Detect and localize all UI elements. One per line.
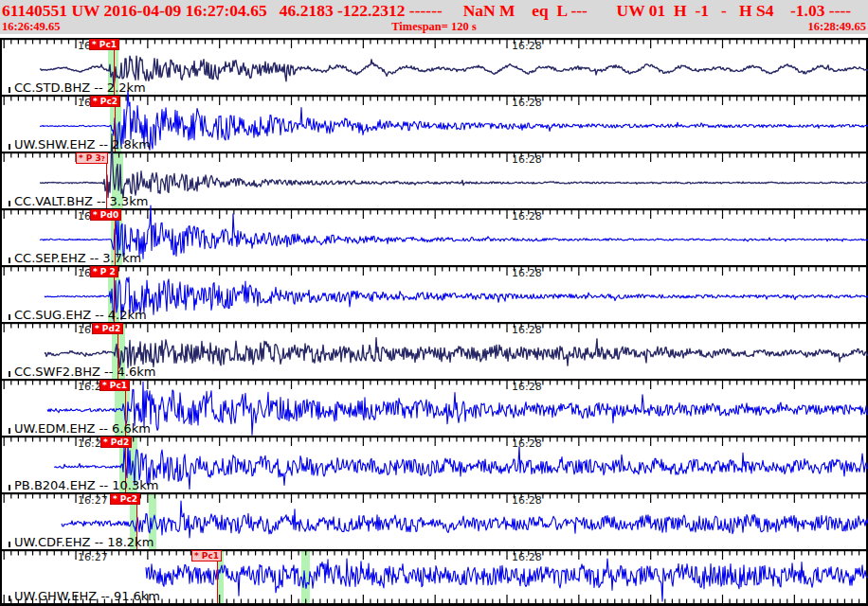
- phase-pick-flag[interactable]: * Pc1: [191, 550, 222, 561]
- station-label: UW.GHW.EHZ -- 91.6km: [14, 589, 160, 603]
- time-tick-label: 16:28: [512, 381, 542, 393]
- label-tick: [9, 596, 10, 601]
- time-tick-label: 16:27: [78, 494, 108, 507]
- phase-pick-flag[interactable]: * Pc2: [90, 96, 120, 107]
- pick-flag-suffix: ?: [101, 155, 105, 163]
- time-tick-label: 16:28: [512, 40, 542, 52]
- label-tick: [9, 258, 10, 263]
- trace-panel[interactable]: PB.B204.EHZ -- 10.3km 16:2716:28* Pd2: [2, 436, 866, 492]
- station-label: CC.SEP.EHZ -- 3.7km: [14, 251, 141, 265]
- phase-pick-flag[interactable]: * P 2: [90, 266, 118, 277]
- timespan-label: Timespan= 120 s: [0, 20, 868, 34]
- time-tick-label: 16:28: [512, 210, 542, 223]
- time-tick-label: 16:27: [78, 551, 108, 563]
- trace-panel[interactable]: CC.VALT.BHZ -- 3.3km 16:2716:28* P 3?: [2, 152, 866, 208]
- trace-panel[interactable]: UW.SHW.EHZ -- 2.8km 16:2716:28* Pc2: [2, 95, 866, 152]
- station-label: CC.STD.BHZ -- 2.2km: [14, 80, 146, 95]
- trace-panel[interactable]: CC.SWF2.BHZ -- 4.6km 16:2716:28* Pd2: [2, 322, 866, 379]
- station-label: PB.B204.EHZ -- 10.3km: [14, 478, 158, 492]
- phase-pick-flag[interactable]: * Pd2: [100, 437, 132, 448]
- trace-panel[interactable]: UW.EDM.EHZ -- 6.6km 16:2716:28* Pc1: [2, 379, 866, 436]
- label-tick: [9, 542, 10, 547]
- label-tick: [9, 485, 10, 490]
- phase-pick-flag[interactable]: * Pd2: [92, 323, 123, 334]
- window-end-time: 16:28:49.65: [808, 20, 866, 34]
- time-window-bar: 16:26:49.65 Timespan= 120 s 16:28:49.65: [0, 20, 868, 34]
- trace-panel[interactable]: UW.GHW.EHZ -- 91.6km 16:2716:28* Pc1: [2, 549, 866, 603]
- seismogram-picker-window: 61140551 UW 2016-04-09 16:27:04.65 46.21…: [0, 0, 868, 606]
- label-tick: [9, 371, 10, 377]
- label-tick: [9, 428, 10, 434]
- trace-panel[interactable]: CC.STD.BHZ -- 2.2km 16:2716:28* Pc1: [2, 38, 866, 95]
- trace-panel[interactable]: CC.SEP.EHZ -- 3.7km 16:2716:28* Pd0: [2, 208, 866, 265]
- phase-pick-flag[interactable]: * Pd0: [90, 209, 121, 221]
- label-tick: [9, 144, 10, 150]
- time-tick-label: 16:28: [512, 153, 542, 166]
- trace-panel[interactable]: CC.SUG.EHZ -- 4.2km 16:2716:28* P 2: [2, 265, 866, 322]
- station-label: CC.SUG.EHZ -- 4.2km: [14, 308, 147, 322]
- waveform-area: CC.STD.BHZ -- 2.2km 16:2716:28* Pc1 UW.S…: [0, 38, 868, 606]
- label-tick: [9, 314, 10, 320]
- station-label: UW.CDF.EHZ -- 18.2km: [14, 535, 154, 549]
- station-label: UW.EDM.EHZ -- 6.6km: [14, 421, 151, 436]
- event-summary-line: 61140551 UW 2016-04-09 16:27:04.65 46.21…: [2, 1, 868, 20]
- trace-panel[interactable]: UW.CDF.EHZ -- 18.2km 16:2716:28* Pc2: [2, 492, 866, 549]
- event-header: 61140551 UW 2016-04-09 16:27:04.65 46.21…: [0, 0, 868, 34]
- time-tick-label: 16:28: [512, 324, 542, 336]
- station-label: UW.SHW.EHZ -- 2.8km: [14, 137, 151, 152]
- station-label: CC.VALT.BHZ -- 3.3km: [14, 194, 148, 208]
- time-tick-label: 16:28: [512, 267, 542, 279]
- time-tick-label: 16:28: [512, 97, 542, 109]
- time-tick-label: 16:28: [512, 437, 542, 450]
- station-label: CC.SWF2.BHZ -- 4.6km: [14, 365, 155, 379]
- phase-pick-flag[interactable]: * Pc2: [110, 493, 140, 505]
- phase-pick-flag[interactable]: * Pc1: [99, 380, 130, 391]
- time-tick-label: 16:28: [512, 494, 542, 507]
- phase-pick-flag[interactable]: * P 3?: [76, 152, 108, 164]
- label-tick: [9, 87, 10, 93]
- phase-pick-flag[interactable]: * Pc1: [89, 39, 119, 50]
- time-tick-label: 16:28: [512, 551, 542, 563]
- label-tick: [9, 201, 10, 206]
